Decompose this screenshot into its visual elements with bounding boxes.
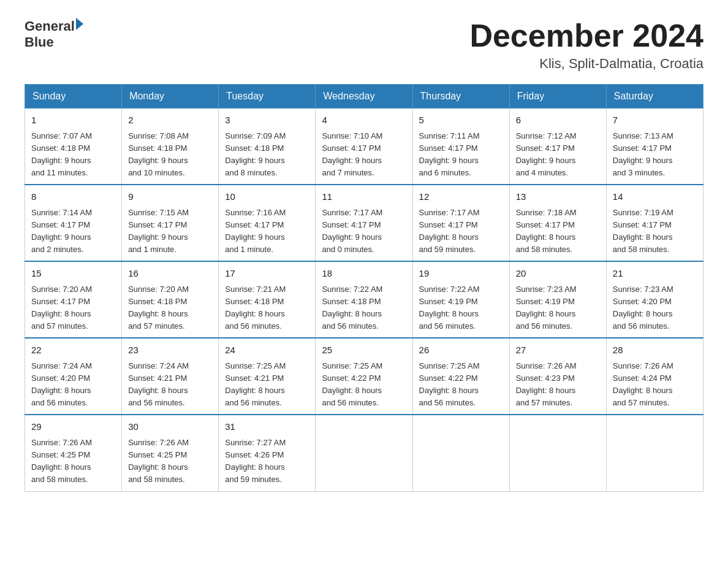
day-number: 7 bbox=[613, 113, 697, 128]
calendar-cell bbox=[606, 415, 703, 491]
logo-text-blue: Blue bbox=[25, 34, 83, 50]
day-info: Sunrise: 7:09 AMSunset: 4:18 PMDaylight:… bbox=[225, 130, 309, 180]
day-number: 2 bbox=[128, 113, 212, 128]
calendar-cell: 18Sunrise: 7:22 AMSunset: 4:18 PMDayligh… bbox=[316, 261, 412, 338]
day-info: Sunrise: 7:15 AMSunset: 4:17 PMDaylight:… bbox=[128, 207, 212, 256]
day-number: 29 bbox=[31, 420, 115, 434]
calendar-cell: 1Sunrise: 7:07 AMSunset: 4:18 PMDaylight… bbox=[25, 109, 122, 185]
day-number: 19 bbox=[419, 267, 503, 281]
logo-arrow-icon bbox=[76, 18, 83, 30]
day-info: Sunrise: 7:23 AMSunset: 4:19 PMDaylight:… bbox=[516, 283, 600, 333]
day-number: 13 bbox=[516, 190, 600, 204]
week-row-3: 15Sunrise: 7:20 AMSunset: 4:17 PMDayligh… bbox=[25, 261, 703, 338]
calendar-title: December 2024 bbox=[469, 18, 703, 53]
day-info: Sunrise: 7:25 AMSunset: 4:22 PMDaylight:… bbox=[419, 360, 503, 410]
calendar-cell: 27Sunrise: 7:26 AMSunset: 4:23 PMDayligh… bbox=[509, 338, 606, 415]
day-info: Sunrise: 7:26 AMSunset: 4:23 PMDaylight:… bbox=[516, 360, 600, 410]
week-row-5: 29Sunrise: 7:26 AMSunset: 4:25 PMDayligh… bbox=[25, 415, 703, 491]
page-header: General Blue December 2024 Klis, Split-D… bbox=[25, 18, 703, 72]
day-number: 10 bbox=[225, 190, 309, 204]
calendar-cell: 11Sunrise: 7:17 AMSunset: 4:17 PMDayligh… bbox=[316, 185, 412, 261]
day-info: Sunrise: 7:26 AMSunset: 4:25 PMDaylight:… bbox=[128, 437, 212, 486]
day-number: 23 bbox=[128, 343, 212, 358]
column-header-tuesday: Tuesday bbox=[219, 85, 316, 109]
calendar-cell: 6Sunrise: 7:12 AMSunset: 4:17 PMDaylight… bbox=[509, 109, 606, 185]
day-info: Sunrise: 7:20 AMSunset: 4:17 PMDaylight:… bbox=[31, 283, 115, 333]
calendar-cell: 24Sunrise: 7:25 AMSunset: 4:21 PMDayligh… bbox=[219, 338, 316, 415]
calendar-table: SundayMondayTuesdayWednesdayThursdayFrid… bbox=[25, 84, 703, 491]
day-number: 18 bbox=[322, 267, 406, 281]
day-number: 14 bbox=[613, 190, 697, 204]
day-info: Sunrise: 7:23 AMSunset: 4:20 PMDaylight:… bbox=[613, 283, 697, 333]
day-number: 3 bbox=[225, 113, 309, 128]
day-info: Sunrise: 7:21 AMSunset: 4:18 PMDaylight:… bbox=[225, 283, 309, 333]
calendar-cell: 10Sunrise: 7:16 AMSunset: 4:17 PMDayligh… bbox=[219, 185, 316, 261]
calendar-cell: 19Sunrise: 7:22 AMSunset: 4:19 PMDayligh… bbox=[412, 261, 509, 338]
calendar-cell bbox=[509, 415, 606, 491]
calendar-cell: 20Sunrise: 7:23 AMSunset: 4:19 PMDayligh… bbox=[509, 261, 606, 338]
day-number: 5 bbox=[419, 113, 503, 128]
day-info: Sunrise: 7:16 AMSunset: 4:17 PMDaylight:… bbox=[225, 207, 309, 256]
day-info: Sunrise: 7:18 AMSunset: 4:17 PMDaylight:… bbox=[516, 207, 600, 256]
calendar-cell: 31Sunrise: 7:27 AMSunset: 4:26 PMDayligh… bbox=[219, 415, 316, 491]
day-number: 21 bbox=[613, 267, 697, 281]
day-info: Sunrise: 7:25 AMSunset: 4:22 PMDaylight:… bbox=[322, 360, 406, 410]
day-info: Sunrise: 7:24 AMSunset: 4:21 PMDaylight:… bbox=[128, 360, 212, 410]
logo: General Blue bbox=[25, 18, 83, 51]
calendar-cell: 29Sunrise: 7:26 AMSunset: 4:25 PMDayligh… bbox=[25, 415, 122, 491]
day-number: 25 bbox=[322, 343, 406, 358]
day-info: Sunrise: 7:20 AMSunset: 4:18 PMDaylight:… bbox=[128, 283, 212, 333]
calendar-cell: 8Sunrise: 7:14 AMSunset: 4:17 PMDaylight… bbox=[25, 185, 122, 261]
day-number: 1 bbox=[31, 113, 115, 128]
calendar-cell: 23Sunrise: 7:24 AMSunset: 4:21 PMDayligh… bbox=[122, 338, 219, 415]
day-number: 9 bbox=[128, 190, 212, 204]
calendar-cell: 22Sunrise: 7:24 AMSunset: 4:20 PMDayligh… bbox=[25, 338, 122, 415]
week-row-4: 22Sunrise: 7:24 AMSunset: 4:20 PMDayligh… bbox=[25, 338, 703, 415]
day-number: 6 bbox=[516, 113, 600, 128]
calendar-cell: 25Sunrise: 7:25 AMSunset: 4:22 PMDayligh… bbox=[316, 338, 412, 415]
day-info: Sunrise: 7:22 AMSunset: 4:18 PMDaylight:… bbox=[322, 283, 406, 333]
column-header-saturday: Saturday bbox=[606, 85, 703, 109]
day-number: 31 bbox=[225, 420, 309, 434]
day-number: 4 bbox=[322, 113, 406, 128]
calendar-cell: 15Sunrise: 7:20 AMSunset: 4:17 PMDayligh… bbox=[25, 261, 122, 338]
day-info: Sunrise: 7:10 AMSunset: 4:17 PMDaylight:… bbox=[322, 130, 406, 180]
day-info: Sunrise: 7:27 AMSunset: 4:26 PMDaylight:… bbox=[225, 437, 309, 486]
column-header-monday: Monday bbox=[122, 85, 219, 109]
day-number: 30 bbox=[128, 420, 212, 434]
column-header-sunday: Sunday bbox=[25, 85, 122, 109]
day-number: 15 bbox=[31, 267, 115, 281]
day-info: Sunrise: 7:26 AMSunset: 4:24 PMDaylight:… bbox=[613, 360, 697, 410]
day-info: Sunrise: 7:26 AMSunset: 4:25 PMDaylight:… bbox=[31, 437, 115, 486]
title-section: December 2024 Klis, Split-Dalmatia, Croa… bbox=[469, 18, 703, 72]
day-info: Sunrise: 7:12 AMSunset: 4:17 PMDaylight:… bbox=[516, 130, 600, 180]
calendar-cell bbox=[316, 415, 412, 491]
calendar-cell: 26Sunrise: 7:25 AMSunset: 4:22 PMDayligh… bbox=[412, 338, 509, 415]
day-number: 12 bbox=[419, 190, 503, 204]
calendar-subtitle: Klis, Split-Dalmatia, Croatia bbox=[469, 56, 703, 72]
day-info: Sunrise: 7:22 AMSunset: 4:19 PMDaylight:… bbox=[419, 283, 503, 333]
calendar-cell: 2Sunrise: 7:08 AMSunset: 4:18 PMDaylight… bbox=[122, 109, 219, 185]
calendar-cell: 28Sunrise: 7:26 AMSunset: 4:24 PMDayligh… bbox=[606, 338, 703, 415]
calendar-cell: 13Sunrise: 7:18 AMSunset: 4:17 PMDayligh… bbox=[509, 185, 606, 261]
day-number: 20 bbox=[516, 267, 600, 281]
day-info: Sunrise: 7:07 AMSunset: 4:18 PMDaylight:… bbox=[31, 130, 115, 180]
calendar-cell: 21Sunrise: 7:23 AMSunset: 4:20 PMDayligh… bbox=[606, 261, 703, 338]
day-number: 17 bbox=[225, 267, 309, 281]
day-number: 26 bbox=[419, 343, 503, 358]
calendar-cell: 7Sunrise: 7:13 AMSunset: 4:17 PMDaylight… bbox=[606, 109, 703, 185]
calendar-cell: 17Sunrise: 7:21 AMSunset: 4:18 PMDayligh… bbox=[219, 261, 316, 338]
column-header-thursday: Thursday bbox=[412, 85, 509, 109]
calendar-cell: 16Sunrise: 7:20 AMSunset: 4:18 PMDayligh… bbox=[122, 261, 219, 338]
day-info: Sunrise: 7:13 AMSunset: 4:17 PMDaylight:… bbox=[613, 130, 697, 180]
calendar-cell: 12Sunrise: 7:17 AMSunset: 4:17 PMDayligh… bbox=[412, 185, 509, 261]
calendar-cell: 14Sunrise: 7:19 AMSunset: 4:17 PMDayligh… bbox=[606, 185, 703, 261]
day-info: Sunrise: 7:24 AMSunset: 4:20 PMDaylight:… bbox=[31, 360, 115, 410]
day-number: 28 bbox=[613, 343, 697, 358]
calendar-cell bbox=[412, 415, 509, 491]
calendar-cell: 3Sunrise: 7:09 AMSunset: 4:18 PMDaylight… bbox=[219, 109, 316, 185]
calendar-cell: 5Sunrise: 7:11 AMSunset: 4:17 PMDaylight… bbox=[412, 109, 509, 185]
day-info: Sunrise: 7:17 AMSunset: 4:17 PMDaylight:… bbox=[419, 207, 503, 256]
calendar-cell: 9Sunrise: 7:15 AMSunset: 4:17 PMDaylight… bbox=[122, 185, 219, 261]
logo-text-general: General bbox=[25, 18, 75, 34]
